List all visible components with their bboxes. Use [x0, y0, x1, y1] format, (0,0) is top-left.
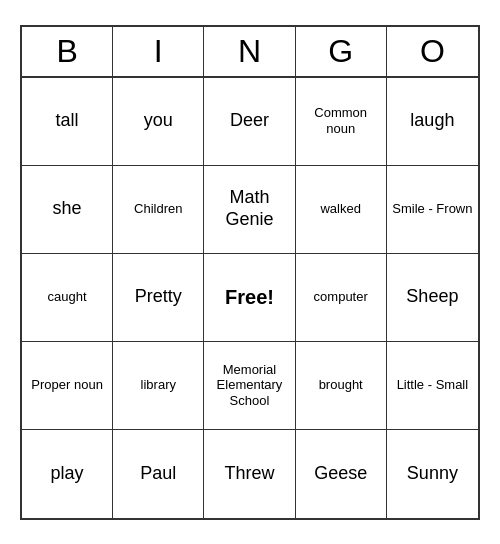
header-letter: B	[22, 27, 113, 76]
bingo-cell: play	[22, 430, 113, 518]
bingo-cell: tall	[22, 78, 113, 166]
bingo-cell: you	[113, 78, 204, 166]
header-letter: I	[113, 27, 204, 76]
bingo-cell: brought	[296, 342, 387, 430]
bingo-cell: Sheep	[387, 254, 478, 342]
bingo-cell: Memorial Elementary School	[204, 342, 295, 430]
header-letter: O	[387, 27, 478, 76]
bingo-cell: Paul	[113, 430, 204, 518]
bingo-cell: laugh	[387, 78, 478, 166]
bingo-cell: she	[22, 166, 113, 254]
bingo-cell: Geese	[296, 430, 387, 518]
bingo-cell: walked	[296, 166, 387, 254]
bingo-grid: tallyouDeerCommon nounlaughsheChildrenMa…	[22, 78, 478, 518]
bingo-cell: Little - Small	[387, 342, 478, 430]
bingo-cell: Pretty	[113, 254, 204, 342]
bingo-cell: Proper noun	[22, 342, 113, 430]
bingo-cell: Deer	[204, 78, 295, 166]
bingo-header: BINGO	[22, 27, 478, 78]
bingo-cell: Free!	[204, 254, 295, 342]
bingo-cell: caught	[22, 254, 113, 342]
bingo-cell: computer	[296, 254, 387, 342]
bingo-cell: Sunny	[387, 430, 478, 518]
bingo-card: BINGO tallyouDeerCommon nounlaughsheChil…	[20, 25, 480, 520]
bingo-cell: Children	[113, 166, 204, 254]
bingo-cell: library	[113, 342, 204, 430]
bingo-cell: Smile - Frown	[387, 166, 478, 254]
header-letter: G	[296, 27, 387, 76]
header-letter: N	[204, 27, 295, 76]
bingo-cell: Math Genie	[204, 166, 295, 254]
bingo-cell: Threw	[204, 430, 295, 518]
bingo-cell: Common noun	[296, 78, 387, 166]
